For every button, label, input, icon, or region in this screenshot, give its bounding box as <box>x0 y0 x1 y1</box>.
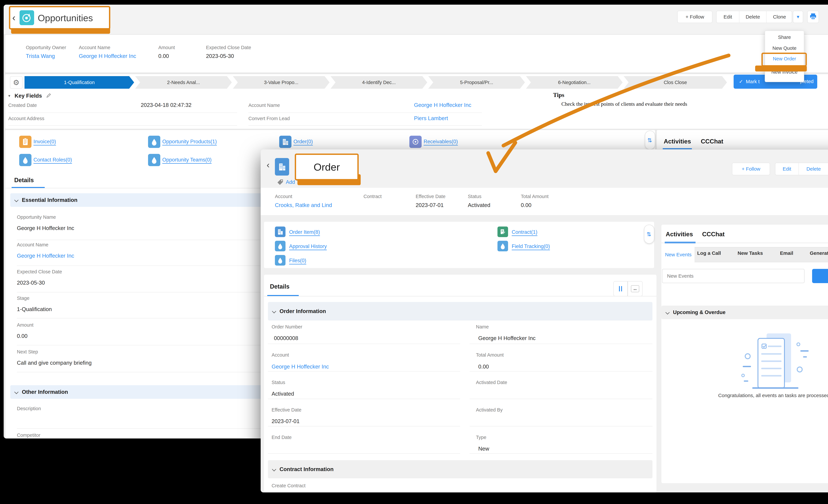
path-stage-negotiation[interactable]: 6-Negotiation... <box>526 76 623 89</box>
summary-label-account-name: Account Name <box>79 45 110 50</box>
popup-summary-effective-date-value: 2023-07-01 <box>416 202 444 208</box>
divider <box>8 112 237 113</box>
caret-down-icon: ▼ <box>796 14 800 19</box>
edit-pencil-icon[interactable] <box>46 93 51 99</box>
mark-button-left-fragment: ✓ Mark t <box>739 79 759 84</box>
divider <box>8 126 237 126</box>
edit-button[interactable]: Edit <box>716 11 739 23</box>
popup-tab-ccchat[interactable]: CCChat <box>702 231 724 238</box>
path-stage-qualification[interactable]: 1-Qualification <box>25 76 134 89</box>
popup-summary-account-value[interactable]: Crooks, Ratke and Lind <box>275 202 332 208</box>
stage-label: 2-Needs Anal... <box>167 80 200 85</box>
popup-delete-button[interactable]: Delete <box>798 163 828 175</box>
popup-summary-total-amount-label: Total Amount <box>521 194 549 199</box>
related-opportunity-products-link[interactable]: Opportunity Products(1) <box>162 139 217 145</box>
related-receivables-link[interactable]: Receivables(0) <box>424 139 458 145</box>
pause-tracking-button[interactable] <box>613 281 628 296</box>
summary-label-opportunity-owner: Opportunity Owner <box>26 45 66 50</box>
popup-summary-status-value: Activated <box>468 202 490 208</box>
related-order-link[interactable]: Order(0) <box>293 139 313 145</box>
refresh-expand-links[interactable]: Refresh · Expand All <box>757 295 828 300</box>
key-fields-title: Key Fields <box>14 93 42 99</box>
field-stage-label: Stage <box>17 295 30 301</box>
main-collapse-handle[interactable]: ⇄ <box>645 131 655 149</box>
go-to-calendar-button[interactable]: Go to Calendar <box>812 269 828 283</box>
popup-related-contract-link[interactable]: Contract(1) <box>512 229 537 235</box>
order-information-header[interactable]: Order Information <box>268 302 653 321</box>
main-details-tab[interactable]: Details <box>14 177 34 184</box>
field-competitor-label: Competitor <box>17 432 40 438</box>
more-actions-button[interactable]: ▼ <box>793 11 803 23</box>
clone-button[interactable]: Clone <box>766 11 792 23</box>
popup-collapse-handle[interactable]: ⇄ <box>644 225 654 243</box>
summary-value-account-name[interactable]: George H Hoffecker Inc <box>79 53 136 59</box>
new-events-input[interactable] <box>662 269 804 283</box>
popup-related-files-link[interactable]: Files(0) <box>289 258 306 264</box>
divider <box>268 399 460 399</box>
kf-account-name-value[interactable]: George H Hoffecker Inc <box>414 102 471 108</box>
kf-account-address-label: Account Address <box>8 116 44 121</box>
main-tab-ccchat[interactable]: CCChat <box>701 138 723 145</box>
follow-button[interactable]: + Follow <box>677 11 712 23</box>
subtab-email[interactable]: Email <box>780 250 793 256</box>
kf-convert-from-lead-value[interactable]: Piers Lambert <box>414 115 448 122</box>
popup-follow-button[interactable]: + Follow <box>732 163 770 175</box>
path-stage-identify-decision[interactable]: 4-Identify Dec... <box>331 76 427 89</box>
related-opportunity-teams-link[interactable]: Opportunity Teams(0) <box>162 157 212 163</box>
summary-label-amount: Amount <box>158 45 175 50</box>
divider <box>470 343 653 344</box>
expand-columns-button[interactable]: ↔ <box>628 281 643 296</box>
main-tab-activities[interactable]: Activities <box>664 138 691 145</box>
print-button[interactable] <box>807 11 819 23</box>
po-account-value[interactable]: George H Hoffecker Inc <box>272 364 329 370</box>
related-contact-roles-link[interactable]: Contact Roles(0) <box>34 157 72 163</box>
path-stage-value-proposition[interactable]: 3-Value Propo... <box>233 76 330 89</box>
popup-related-approval-history-link[interactable]: Approval History <box>289 243 327 249</box>
popup-tab-activities[interactable]: Activities <box>666 231 693 238</box>
menu-item-share[interactable]: Share <box>765 35 804 40</box>
field-amount-value: 0.00 <box>17 333 28 339</box>
back-chevron-icon[interactable]: ‹ <box>12 12 15 23</box>
subtab-email-label: Email <box>780 250 793 256</box>
kf-created-date-label: Created Date <box>8 103 37 108</box>
divider <box>268 453 460 454</box>
divider <box>268 426 460 426</box>
main-action-group: Edit Delete Clone <box>716 11 792 23</box>
summary-value-opportunity-owner[interactable]: Trista Wang <box>26 53 55 59</box>
key-fields-header[interactable]: ▾ Key Fields <box>8 93 51 99</box>
po-type-value: New <box>478 446 489 452</box>
related-invoice-link[interactable]: Invoice(0) <box>34 139 56 145</box>
delete-button[interactable]: Delete <box>739 11 766 23</box>
gear-icon: ⚙ <box>13 78 19 87</box>
path-stage-proposal[interactable]: 5-Proposal/Pr... <box>428 76 525 89</box>
path-settings-button[interactable]: ⚙ <box>10 76 23 89</box>
chevron-down-icon <box>272 467 276 471</box>
field-account-name-value[interactable]: George H Hoffecker Inc <box>17 253 74 259</box>
field-stage-value: 1-Qualification <box>17 306 52 312</box>
popup-edit-button[interactable]: Edit <box>775 163 798 175</box>
upcoming-overdue-header[interactable]: Upcoming & Overdue <box>661 306 828 319</box>
divider <box>268 371 460 371</box>
menu-item-new-quote[interactable]: New Quote <box>765 46 804 51</box>
kf-convert-from-lead-label: Convert From Lead <box>248 116 290 121</box>
popup-details-tab[interactable]: Details <box>270 283 289 290</box>
popup-related-order-item-link[interactable]: Order Item(8) <box>289 229 320 235</box>
popup-back-chevron-icon[interactable]: ‹ <box>266 160 270 170</box>
po-order-number-label: Order Number <box>272 324 302 330</box>
po-activated-date-label: Activated Date <box>476 380 507 385</box>
subtab-log-a-call[interactable]: Log a Call <box>697 250 721 256</box>
divider <box>470 426 653 426</box>
po-end-date-label: End Date <box>272 435 292 440</box>
path-stage-close[interactable]: Clos Close <box>624 76 727 89</box>
popup-related-field-tracking-link[interactable]: Field Tracking(0) <box>512 243 550 249</box>
opportunity-teams-icon <box>148 154 160 166</box>
kf-created-date-value: 2023-04-18 02:47:32 <box>141 102 192 108</box>
subtab-generate-document[interactable]: Generate Document <box>810 250 828 256</box>
stage-label: 5-Proposal/Pr... <box>460 80 493 85</box>
contract-information-header[interactable]: Contract Information <box>268 460 653 478</box>
subtab-new-tasks[interactable]: New Tasks <box>738 250 763 256</box>
popup-edit-label: Edit <box>783 166 791 172</box>
po-effective-date-value: 2023-07-01 <box>272 418 299 424</box>
path-stage-needs-analysis[interactable]: 2-Needs Anal... <box>135 76 232 89</box>
subtab-new-events[interactable]: New Events <box>662 246 695 263</box>
